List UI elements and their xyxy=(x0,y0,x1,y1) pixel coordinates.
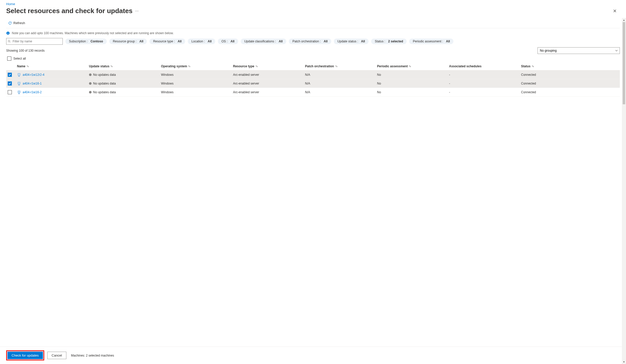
col-name[interactable]: Name xyxy=(15,62,87,70)
os-cell: Windows xyxy=(159,71,231,78)
search-icon xyxy=(8,40,11,43)
sort-icon xyxy=(26,65,29,68)
scroll-thumb[interactable] xyxy=(623,22,625,104)
sort-icon xyxy=(188,65,191,68)
filter-status[interactable]: Status : 2 selected xyxy=(371,39,407,44)
scroll-down-icon[interactable]: ▼ xyxy=(622,360,626,364)
update-status-text: No updates data xyxy=(93,82,116,85)
svg-rect-15 xyxy=(18,94,20,94)
os-cell: Windows xyxy=(159,80,231,87)
filter-resource-group[interactable]: Resource group : All xyxy=(109,39,147,44)
col-os[interactable]: Operating system xyxy=(159,62,231,70)
breadcrumb: Home xyxy=(0,0,626,6)
svg-rect-9 xyxy=(18,82,20,84)
close-button[interactable]: ✕ xyxy=(612,7,618,15)
filter-update-status[interactable]: Update status : All xyxy=(334,39,369,44)
svg-rect-11 xyxy=(18,85,20,85)
command-bar: Refresh xyxy=(6,18,620,28)
server-icon xyxy=(17,73,21,77)
svg-text:i: i xyxy=(8,32,8,35)
select-all-label: Select all xyxy=(13,57,26,60)
patch-cell: N/A xyxy=(303,89,375,96)
row-checkbox[interactable] xyxy=(8,90,12,94)
svg-rect-10 xyxy=(19,85,20,85)
resource-name-link[interactable]: a404-r1w16-2 xyxy=(23,90,42,94)
col-update-status[interactable]: Update status xyxy=(87,62,159,70)
col-periodic[interactable]: Periodic assessment xyxy=(375,62,448,70)
table-row[interactable]: a404-r1w16-1 No updates data Windows Arc… xyxy=(6,79,620,88)
footer-status: Machines: 2 selected machines xyxy=(71,354,114,357)
svg-rect-6 xyxy=(19,76,20,76)
os-cell: Windows xyxy=(159,89,231,96)
records-count: Showing 100 of 130 records xyxy=(6,49,44,52)
filter-subscription[interactable]: Subscription : Contoso xyxy=(65,39,107,44)
cancel-button[interactable]: Cancel xyxy=(47,352,66,359)
svg-rect-14 xyxy=(19,93,20,94)
filter-periodic-assessment[interactable]: Periodic assessment : All xyxy=(409,39,453,44)
resource-name-link[interactable]: a404-r1w12r2-4 xyxy=(23,73,44,77)
refresh-icon xyxy=(8,21,12,25)
col-resource-type[interactable]: Resource type xyxy=(231,62,303,70)
filter-update-classifications[interactable]: Update classifications : All xyxy=(241,39,286,44)
row-checkbox[interactable] xyxy=(8,81,12,86)
status-cell: Connected xyxy=(520,71,561,78)
svg-rect-7 xyxy=(18,76,20,77)
update-status-text: No updates data xyxy=(93,73,116,77)
col-patch[interactable]: Patch orchestration xyxy=(303,62,375,70)
refresh-label: Refresh xyxy=(13,21,25,25)
svg-line-3 xyxy=(10,42,11,43)
status-cell: Connected xyxy=(520,89,561,96)
highlight-annotation: Check for updates xyxy=(6,350,44,360)
info-icon: i xyxy=(6,31,10,35)
select-all-checkbox[interactable] xyxy=(7,57,11,61)
table-row[interactable]: a404-r1w12r2-4 No updates data Windows A… xyxy=(6,70,620,79)
periodic-cell: No xyxy=(375,71,448,78)
grouping-select[interactable]: No grouping xyxy=(538,47,620,54)
filter-resource-type[interactable]: Resource type : All xyxy=(149,39,185,44)
sort-icon xyxy=(532,65,534,68)
update-status-text: No updates data xyxy=(93,90,116,94)
patch-cell: N/A xyxy=(303,80,375,87)
filter-bar: Subscription : Contoso Resource group : … xyxy=(6,38,620,45)
status-cell: Connected xyxy=(520,80,561,87)
status-dot-icon xyxy=(89,73,92,76)
scroll-up-icon[interactable]: ▲ xyxy=(622,18,626,22)
table-row[interactable]: a404-r1w16-2 No updates data Windows Arc… xyxy=(6,88,620,97)
scrollbar[interactable]: ▲ ▼ xyxy=(622,18,626,364)
filter-location[interactable]: Location : All xyxy=(188,39,215,44)
filter-name-input[interactable] xyxy=(6,38,63,45)
more-actions-icon[interactable]: ⋯ xyxy=(135,9,139,13)
periodic-cell: No xyxy=(375,80,448,87)
resources-table: Name Update status Operating system Reso… xyxy=(6,62,620,97)
filter-patch-orchestration[interactable]: Patch orchestration : All xyxy=(289,39,331,44)
sort-icon xyxy=(255,65,258,68)
resource-name-link[interactable]: a404-r1w16-1 xyxy=(23,82,42,85)
patch-cell: N/A xyxy=(303,71,375,78)
status-dot-icon xyxy=(89,82,92,85)
col-status[interactable]: Status xyxy=(520,62,561,70)
server-icon xyxy=(17,81,21,86)
resource-type-cell: Arc-enabled server xyxy=(231,71,303,78)
schedules-cell: - xyxy=(448,80,520,87)
check-for-updates-button[interactable]: Check for updates xyxy=(7,352,43,359)
filter-os[interactable]: OS : All xyxy=(218,39,238,44)
row-checkbox[interactable] xyxy=(8,73,12,77)
title-bar: Select resources and check for updates ⋯… xyxy=(0,6,626,18)
svg-rect-13 xyxy=(18,91,20,93)
periodic-cell: No xyxy=(375,89,448,96)
sort-icon xyxy=(110,65,113,68)
schedules-cell: - xyxy=(448,71,520,78)
server-icon xyxy=(17,90,21,94)
refresh-button[interactable]: Refresh xyxy=(6,20,27,26)
table-header: Name Update status Operating system Reso… xyxy=(6,62,620,70)
sort-icon xyxy=(409,65,411,68)
breadcrumb-home[interactable]: Home xyxy=(6,2,15,6)
col-schedules[interactable]: Associated schedules xyxy=(448,62,520,70)
svg-point-2 xyxy=(8,40,10,42)
footer: Check for updates Cancel Machines: 2 sel… xyxy=(0,347,626,364)
resource-type-cell: Arc-enabled server xyxy=(231,80,303,87)
info-text: Note you can add upto 100 machines. Mach… xyxy=(12,31,174,35)
schedules-cell: - xyxy=(448,89,520,96)
status-dot-icon xyxy=(89,91,92,94)
sort-icon xyxy=(335,65,338,68)
